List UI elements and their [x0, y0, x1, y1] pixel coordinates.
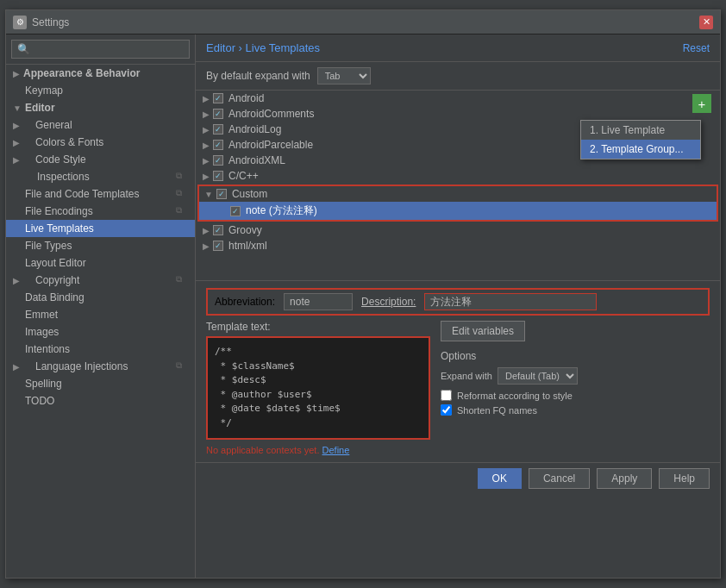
sidebar-item-label: Spelling	[25, 378, 62, 390]
main-content: ▶ Appearance & Behavior Keymap ▼ Editor …	[6, 34, 720, 578]
checkbox[interactable]: ✓	[213, 241, 223, 251]
template-group-htmlxml[interactable]: ▶ ✓ html/xml	[196, 238, 720, 253]
sidebar-item-colors-fonts[interactable]: ▶ Colors & Fonts	[6, 134, 195, 151]
options-panel: Edit variables Options Expand with Defau…	[441, 321, 710, 455]
template-row-note[interactable]: ✓ note (方法注释)	[199, 202, 717, 220]
sidebar-item-file-code-templates[interactable]: File and Code Templates ⧉	[6, 185, 195, 203]
sidebar-item-editor[interactable]: ▼ Editor	[6, 99, 195, 116]
arrow-icon: ▶	[13, 362, 20, 372]
arrow-icon: ▶	[13, 121, 20, 130]
sidebar-item-file-encodings[interactable]: File Encodings ⧉	[6, 203, 195, 220]
checkbox[interactable]: ✓	[213, 124, 223, 134]
breadcrumb-section: Live Templates	[246, 41, 320, 54]
checkbox[interactable]: ✓	[213, 225, 223, 235]
arrow-icon: ▶	[203, 226, 210, 235]
arrow-icon: ▶	[203, 241, 210, 251]
sidebar-item-inspections[interactable]: Inspections ⧉	[6, 168, 195, 185]
window-title: Settings	[32, 16, 699, 28]
group-label: Android	[228, 92, 264, 104]
checkbox[interactable]: ✓	[216, 189, 227, 199]
arrow-icon: ▶	[13, 138, 20, 147]
abbreviation-label: Abbreviation:	[215, 296, 275, 308]
sidebar-item-label: Live Templates	[25, 222, 94, 235]
sidebar-item-emmet[interactable]: Emmet	[6, 306, 195, 323]
sidebar-item-label: Editor	[25, 102, 55, 114]
sidebar-item-label: Data Binding	[25, 291, 84, 303]
sidebar-item-data-binding[interactable]: Data Binding	[6, 289, 195, 306]
group-label: C/C++	[228, 170, 259, 182]
group-label: AndroidXML	[228, 154, 285, 166]
add-live-template-option[interactable]: 1. Live Template	[581, 121, 700, 140]
define-link[interactable]: Define	[322, 445, 350, 455]
add-template-group-option[interactable]: 2. Template Group...	[581, 140, 700, 159]
checkbox[interactable]: ✓	[213, 155, 223, 166]
checkbox[interactable]: ✓	[213, 140, 223, 150]
arrow-icon: ▶	[203, 156, 210, 166]
sidebar-item-label: Colors & Fonts	[35, 136, 103, 148]
apply-button[interactable]: Apply	[597, 468, 652, 489]
sidebar-item-appearance[interactable]: ▶ Appearance & Behavior	[6, 65, 195, 82]
sidebar-item-code-style[interactable]: ▶ Code Style	[6, 151, 195, 168]
add-button[interactable]: +	[692, 94, 711, 113]
abbrev-desc-section: Abbreviation: Description:	[206, 288, 710, 316]
reformat-checkbox[interactable]	[441, 390, 452, 401]
arrow-icon: ▼	[13, 103, 22, 113]
panel-header: Editor › Live Templates Reset	[196, 34, 720, 62]
arrow-icon: ▶	[13, 276, 20, 285]
sidebar-item-copyright[interactable]: ▶ Copyright ⧉	[6, 272, 195, 289]
template-group-cpp[interactable]: ▶ ✓ C/C++	[196, 168, 720, 184]
reset-button[interactable]: Reset	[683, 42, 710, 54]
cancel-button[interactable]: Cancel	[529, 468, 590, 489]
sidebar-item-general[interactable]: ▶ General	[6, 116, 195, 134]
search-input[interactable]	[11, 40, 190, 59]
template-group-android[interactable]: ▶ ✓ Android	[196, 91, 720, 106]
template-text-box[interactable]: /** * $className$ * $desc$ * @author $us…	[206, 336, 430, 440]
close-button[interactable]: ✕	[699, 16, 713, 29]
sidebar-item-language-injections[interactable]: ▶ Language Injections ⧉	[6, 358, 195, 375]
description-input[interactable]	[424, 293, 597, 310]
sidebar-item-label: General	[35, 119, 72, 131]
sidebar-item-label: Inspections	[37, 171, 90, 183]
sidebar-item-intentions[interactable]: Intentions	[6, 341, 195, 358]
sidebar-item-layout-editor[interactable]: Layout Editor	[6, 254, 195, 272]
template-group-groovy[interactable]: ▶ ✓ Groovy	[196, 222, 720, 238]
description-label: Description:	[361, 296, 416, 308]
ok-button[interactable]: OK	[478, 468, 522, 489]
help-button[interactable]: Help	[659, 468, 710, 489]
search-box	[6, 34, 195, 65]
template-text-label: Template text:	[206, 321, 430, 333]
shorten-fq-label: Shorten FQ names	[457, 405, 537, 416]
action-bar: OK Cancel Apply Help	[196, 462, 720, 494]
arrow-icon: ▶	[13, 155, 20, 165]
expand-with-label: Expand with	[441, 371, 492, 381]
edit-variables-button[interactable]: Edit variables	[441, 321, 525, 341]
abbreviation-input[interactable]	[284, 293, 353, 310]
expand-with-select[interactable]: Default (Tab) Tab Enter Space	[498, 367, 578, 385]
settings-icon: ⧉	[176, 274, 188, 286]
sidebar-item-spelling[interactable]: Spelling	[6, 375, 195, 392]
sidebar-item-todo[interactable]: TODO	[6, 392, 195, 410]
sidebar-item-images[interactable]: Images	[6, 323, 195, 341]
settings-icon: ⧉	[176, 188, 188, 200]
checkbox[interactable]: ✓	[213, 109, 223, 119]
shorten-fq-checkbox[interactable]	[441, 404, 452, 416]
group-label: AndroidLog	[228, 123, 281, 135]
template-group-custom[interactable]: ▼ ✓ Custom	[199, 186, 717, 202]
expand-select[interactable]: Tab Enter Space	[317, 67, 371, 84]
sidebar-item-file-types[interactable]: File Types	[6, 237, 195, 254]
checkbox[interactable]: ✓	[213, 93, 223, 103]
expand-label: By default expand with	[206, 70, 310, 82]
window-icon: ⚙	[13, 16, 27, 29]
settings-window: ⚙ Settings ✕ ▶ Appearance & Behavior Key…	[5, 9, 721, 579]
sidebar-item-keymap[interactable]: Keymap	[6, 82, 195, 99]
sidebar-item-label: Emmet	[25, 309, 58, 321]
checkbox[interactable]: ✓	[230, 206, 241, 216]
sidebar-item-live-templates[interactable]: Live Templates	[6, 220, 195, 237]
settings-icon: ⧉	[176, 205, 188, 217]
sidebar-item-label: File and Code Templates	[25, 188, 140, 200]
window-controls: ✕	[699, 16, 713, 29]
arrow-icon: ▶	[13, 69, 20, 78]
expand-bar: By default expand with Tab Enter Space	[196, 62, 720, 91]
checkbox[interactable]: ✓	[213, 171, 223, 181]
reformat-label: Reformat according to style	[457, 391, 573, 401]
